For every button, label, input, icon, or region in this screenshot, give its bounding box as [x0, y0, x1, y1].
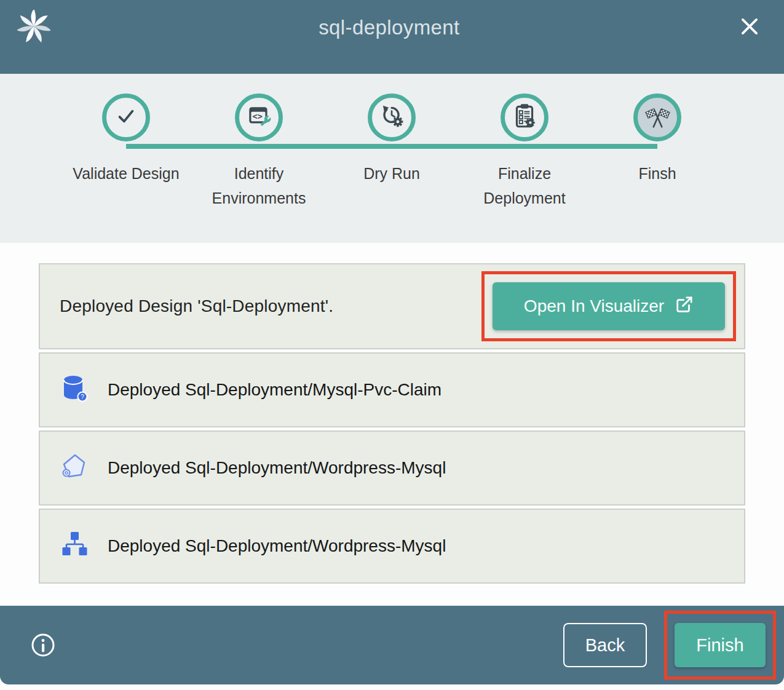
step-finalize-deployment: Finalize Deployment: [458, 93, 591, 210]
annotation-highlight-finish: Finish: [664, 611, 776, 680]
annotation-highlight-visualizer: Open In Visualizer: [481, 271, 736, 341]
checkered-flags-icon: [643, 102, 671, 133]
step-label: Validate Design: [73, 161, 179, 186]
finish-button[interactable]: Finish: [675, 623, 766, 667]
step-label: Finsh: [638, 161, 676, 186]
check-icon: [112, 102, 140, 133]
footer-actions: Back Finish: [563, 611, 784, 680]
step-label: Finalize Deployment: [469, 161, 580, 210]
deployment-modal: sql-deployment Validate Design: [0, 0, 784, 690]
info-icon: [30, 651, 57, 660]
deployment-stepper: Validate Design <> Identify Environments: [0, 74, 784, 243]
application-icon: [60, 452, 89, 484]
back-button[interactable]: Back: [563, 623, 647, 667]
deployed-design-text: Deployed Design 'Sql-Deployment'.: [60, 296, 333, 316]
modal-title: sql-deployment: [319, 16, 459, 39]
svg-text:?: ?: [81, 394, 84, 400]
step-label: Identify Environments: [203, 161, 315, 210]
info-button[interactable]: [30, 632, 57, 659]
close-button[interactable]: [736, 14, 763, 41]
external-link-icon: [675, 295, 694, 318]
meshery-logo-icon: [17, 10, 50, 43]
step-identify-environments: <> Identify Environments: [192, 93, 325, 210]
deployed-item-text: Deployed Sql-Deployment/Wordpress-Mysql: [108, 536, 446, 556]
step-circle-finalize-deployment: [501, 93, 548, 141]
modal-header: sql-deployment: [0, 0, 784, 74]
deployed-item-row: Deployed Sql-Deployment/Wordpress-Mysql: [39, 430, 745, 506]
database-icon: ?: [60, 374, 89, 406]
code-wrench-icon: <>: [245, 102, 273, 133]
step-validate-design: Validate Design: [60, 93, 192, 210]
deployed-item-text: Deployed Sql-Deployment/Wordpress-Mysql: [108, 458, 446, 478]
deployed-item-text: Deployed Sql-Deployment/Mysql-Pvc-Claim: [108, 380, 441, 400]
history-gear-icon: [378, 102, 406, 133]
deployed-item-row: Deployed Sql-Deployment/Wordpress-Mysql: [39, 509, 745, 584]
step-circle-identify-environments: <>: [235, 93, 283, 141]
open-in-visualizer-label: Open In Visualizer: [524, 296, 664, 316]
deployed-design-row: Deployed Design 'Sql-Deployment'. Open I…: [39, 263, 745, 349]
modal-footer: Back Finish: [0, 606, 784, 684]
hierarchy-icon: [60, 530, 89, 562]
step-label: Dry Run: [363, 161, 420, 186]
step-circle-dry-run: [368, 93, 416, 141]
clipboard-gear-icon: [510, 102, 539, 133]
open-in-visualizer-button[interactable]: Open In Visualizer: [493, 282, 725, 330]
deployed-item-row: ? Deployed Sql-Deployment/Mysql-Pvc-Clai…: [39, 352, 745, 427]
step-circle-finish: [633, 93, 681, 141]
close-icon: [737, 31, 762, 41]
step-circle-validate-design: [102, 93, 150, 141]
step-dry-run: Dry Run: [325, 93, 458, 210]
svg-text:<>: <>: [253, 111, 263, 121]
deployment-results: Deployed Design 'Sql-Deployment'. Open I…: [0, 243, 784, 606]
step-finish: Finsh: [591, 93, 724, 210]
